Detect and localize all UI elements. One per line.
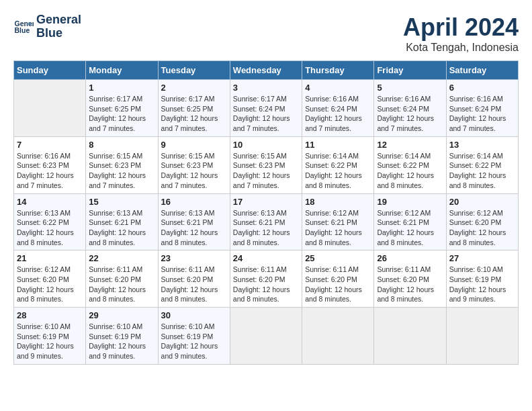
day-number: 29	[89, 310, 154, 320]
day-number: 24	[233, 253, 299, 263]
day-info: Sunrise: 6:10 AMSunset: 6:19 PMDaylight:…	[17, 322, 83, 361]
logo-text-line2: Blue	[36, 27, 81, 40]
day-info: Sunrise: 6:11 AMSunset: 6:20 PMDaylight:…	[89, 265, 154, 304]
logo: General Blue General Blue	[13, 13, 81, 40]
day-number: 22	[89, 253, 154, 263]
calendar-cell	[14, 80, 86, 137]
calendar-cell: 30Sunrise: 6:10 AMSunset: 6:19 PMDayligh…	[158, 308, 230, 365]
day-number: 26	[377, 253, 443, 263]
day-info: Sunrise: 6:10 AMSunset: 6:19 PMDaylight:…	[89, 322, 154, 361]
day-info: Sunrise: 6:17 AMSunset: 6:25 PMDaylight:…	[161, 94, 227, 134]
svg-text:Blue: Blue	[15, 26, 30, 34]
day-info: Sunrise: 6:16 AMSunset: 6:24 PMDaylight:…	[449, 94, 515, 134]
day-info: Sunrise: 6:15 AMSunset: 6:23 PMDaylight:…	[89, 151, 154, 191]
days-header-row: SundayMondayTuesdayWednesdayThursdayFrid…	[14, 61, 519, 80]
calendar-cell: 24Sunrise: 6:11 AMSunset: 6:20 PMDayligh…	[230, 250, 302, 308]
day-info: Sunrise: 6:16 AMSunset: 6:24 PMDaylight:…	[377, 94, 443, 134]
logo-text-line1: General	[36, 13, 81, 27]
day-number: 30	[161, 310, 227, 320]
day-info: Sunrise: 6:13 AMSunset: 6:21 PMDaylight:…	[233, 208, 299, 248]
day-number: 19	[377, 197, 443, 207]
calendar-cell: 1Sunrise: 6:17 AMSunset: 6:25 PMDaylight…	[86, 80, 158, 137]
day-info: Sunrise: 6:11 AMSunset: 6:20 PMDaylight:…	[233, 265, 299, 304]
day-number: 6	[449, 83, 515, 93]
calendar-cell: 20Sunrise: 6:12 AMSunset: 6:20 PMDayligh…	[446, 193, 518, 250]
calendar-cell: 15Sunrise: 6:13 AMSunset: 6:21 PMDayligh…	[86, 193, 158, 250]
day-number: 20	[449, 197, 515, 207]
day-number: 2	[161, 83, 227, 93]
calendar-cell: 17Sunrise: 6:13 AMSunset: 6:21 PMDayligh…	[230, 193, 302, 250]
header: General Blue General Blue April 2024 Kot…	[13, 13, 519, 54]
day-info: Sunrise: 6:13 AMSunset: 6:22 PMDaylight:…	[17, 208, 83, 248]
day-number: 23	[161, 253, 227, 263]
calendar-cell: 19Sunrise: 6:12 AMSunset: 6:21 PMDayligh…	[374, 193, 446, 250]
day-number: 21	[17, 253, 83, 263]
week-row-0: 1Sunrise: 6:17 AMSunset: 6:25 PMDaylight…	[14, 80, 519, 137]
day-info: Sunrise: 6:17 AMSunset: 6:24 PMDaylight:…	[233, 94, 299, 134]
day-number: 5	[377, 83, 443, 93]
calendar-cell: 4Sunrise: 6:16 AMSunset: 6:24 PMDaylight…	[302, 80, 374, 137]
logo-icon: General Blue	[13, 17, 34, 37]
calendar-cell: 21Sunrise: 6:12 AMSunset: 6:20 PMDayligh…	[14, 250, 86, 308]
calendar-cell: 5Sunrise: 6:16 AMSunset: 6:24 PMDaylight…	[374, 80, 446, 137]
calendar-cell	[446, 308, 518, 365]
calendar-cell: 12Sunrise: 6:14 AMSunset: 6:22 PMDayligh…	[374, 136, 446, 193]
calendar-cell: 16Sunrise: 6:13 AMSunset: 6:21 PMDayligh…	[158, 193, 230, 250]
calendar-cell: 14Sunrise: 6:13 AMSunset: 6:22 PMDayligh…	[14, 193, 86, 250]
day-info: Sunrise: 6:16 AMSunset: 6:24 PMDaylight:…	[305, 94, 371, 134]
month-title: April 2024	[403, 13, 519, 42]
day-info: Sunrise: 6:15 AMSunset: 6:23 PMDaylight:…	[161, 151, 227, 191]
title-area: April 2024 Kota Tengah, Indonesia	[403, 13, 519, 54]
calendar-cell: 28Sunrise: 6:10 AMSunset: 6:19 PMDayligh…	[14, 308, 86, 365]
day-info: Sunrise: 6:11 AMSunset: 6:20 PMDaylight:…	[377, 265, 443, 304]
week-row-3: 21Sunrise: 6:12 AMSunset: 6:20 PMDayligh…	[14, 250, 519, 308]
day-number: 28	[17, 310, 83, 320]
day-info: Sunrise: 6:14 AMSunset: 6:22 PMDaylight:…	[449, 151, 515, 191]
day-info: Sunrise: 6:11 AMSunset: 6:20 PMDaylight:…	[305, 265, 371, 304]
calendar-cell	[302, 308, 374, 365]
calendar-cell	[374, 308, 446, 365]
day-number: 18	[305, 197, 371, 207]
day-info: Sunrise: 6:12 AMSunset: 6:20 PMDaylight:…	[17, 265, 83, 304]
day-number: 11	[305, 140, 371, 150]
day-header-thursday: Thursday	[302, 61, 374, 80]
calendar-cell: 11Sunrise: 6:14 AMSunset: 6:22 PMDayligh…	[302, 136, 374, 193]
day-header-friday: Friday	[374, 61, 446, 80]
day-number: 1	[89, 83, 154, 93]
day-info: Sunrise: 6:17 AMSunset: 6:25 PMDaylight:…	[89, 94, 154, 134]
day-number: 9	[161, 140, 227, 150]
calendar-cell: 25Sunrise: 6:11 AMSunset: 6:20 PMDayligh…	[302, 250, 374, 308]
day-number: 27	[449, 253, 515, 263]
location-title: Kota Tengah, Indonesia	[403, 42, 519, 54]
day-number: 17	[233, 197, 299, 207]
day-number: 12	[377, 140, 443, 150]
day-header-tuesday: Tuesday	[158, 61, 230, 80]
day-header-wednesday: Wednesday	[230, 61, 302, 80]
day-number: 13	[449, 140, 515, 150]
day-info: Sunrise: 6:12 AMSunset: 6:20 PMDaylight:…	[449, 208, 515, 248]
day-number: 15	[89, 197, 154, 207]
calendar-cell: 9Sunrise: 6:15 AMSunset: 6:23 PMDaylight…	[158, 136, 230, 193]
day-info: Sunrise: 6:11 AMSunset: 6:20 PMDaylight:…	[161, 265, 227, 304]
day-header-sunday: Sunday	[14, 61, 86, 80]
week-row-1: 7Sunrise: 6:16 AMSunset: 6:23 PMDaylight…	[14, 136, 519, 193]
day-header-saturday: Saturday	[446, 61, 518, 80]
calendar-cell: 18Sunrise: 6:12 AMSunset: 6:21 PMDayligh…	[302, 193, 374, 250]
day-info: Sunrise: 6:14 AMSunset: 6:22 PMDaylight:…	[377, 151, 443, 191]
day-number: 10	[233, 140, 299, 150]
day-info: Sunrise: 6:12 AMSunset: 6:21 PMDaylight:…	[305, 208, 371, 248]
day-info: Sunrise: 6:10 AMSunset: 6:19 PMDaylight:…	[449, 265, 515, 304]
calendar-cell: 8Sunrise: 6:15 AMSunset: 6:23 PMDaylight…	[86, 136, 158, 193]
day-info: Sunrise: 6:15 AMSunset: 6:23 PMDaylight:…	[233, 151, 299, 191]
day-number: 4	[305, 83, 371, 93]
calendar-cell: 27Sunrise: 6:10 AMSunset: 6:19 PMDayligh…	[446, 250, 518, 308]
calendar-cell: 7Sunrise: 6:16 AMSunset: 6:23 PMDaylight…	[14, 136, 86, 193]
calendar-cell: 10Sunrise: 6:15 AMSunset: 6:23 PMDayligh…	[230, 136, 302, 193]
calendar-cell: 3Sunrise: 6:17 AMSunset: 6:24 PMDaylight…	[230, 80, 302, 137]
calendar-table: SundayMondayTuesdayWednesdayThursdayFrid…	[13, 60, 519, 365]
day-info: Sunrise: 6:13 AMSunset: 6:21 PMDaylight:…	[89, 208, 154, 248]
day-info: Sunrise: 6:13 AMSunset: 6:21 PMDaylight:…	[161, 208, 227, 248]
calendar-cell	[230, 308, 302, 365]
calendar-cell: 13Sunrise: 6:14 AMSunset: 6:22 PMDayligh…	[446, 136, 518, 193]
day-number: 3	[233, 83, 299, 93]
